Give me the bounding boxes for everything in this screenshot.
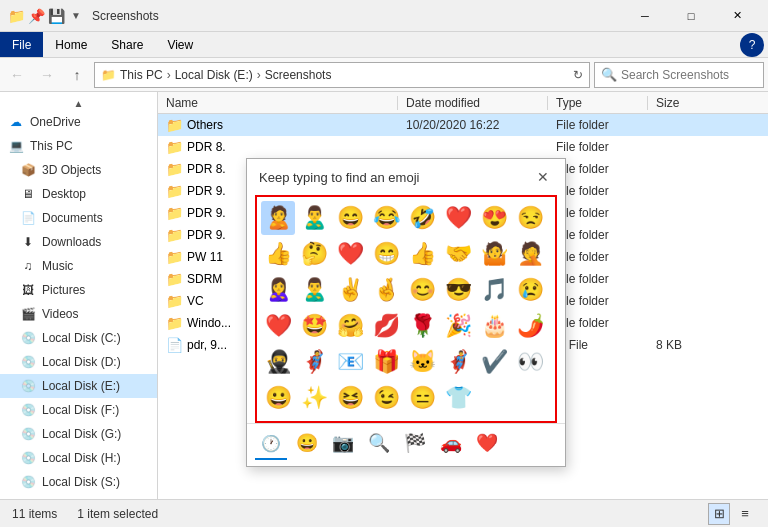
forward-button[interactable]: → (34, 62, 60, 88)
emoji-cell[interactable]: 🤩 (297, 309, 331, 343)
emoji-cell[interactable]: 🤷 (477, 237, 511, 271)
emoji-cell[interactable]: 😢 (513, 273, 547, 307)
maximize-button[interactable]: □ (668, 0, 714, 32)
emoji-tab-hearts[interactable]: ❤️ (471, 430, 503, 460)
emoji-cell[interactable]: 👍 (261, 237, 295, 271)
emoji-cell[interactable]: 🤝 (441, 237, 475, 271)
emoji-cell[interactable]: 🙎‍♂️ (297, 201, 331, 235)
emoji-cell[interactable]: 🙎‍♀️ (261, 273, 295, 307)
file-row-others[interactable]: 📁 Others 10/20/2020 16:22 File folder (158, 114, 768, 136)
emoji-cell[interactable]: 😍 (477, 201, 511, 235)
emoji-cell[interactable]: 🌶️ (513, 309, 547, 343)
list-view-button[interactable]: ≡ (734, 503, 756, 525)
emoji-cell[interactable]: 🎉 (441, 309, 475, 343)
sidebar-item-diskd[interactable]: 💿 Local Disk (D:) (0, 350, 157, 374)
emoji-cell[interactable]: 📧 (333, 345, 367, 379)
emoji-cell[interactable]: 🙎‍♂️ (297, 273, 331, 307)
emoji-cell[interactable]: 😀 (261, 381, 295, 415)
sidebar-item-diske[interactable]: 💿 Local Disk (E:) (0, 374, 157, 398)
emoji-cell[interactable]: 👍 (405, 237, 439, 271)
sidebar-item-downloads[interactable]: ⬇ Downloads (0, 230, 157, 254)
path-local-disk[interactable]: Local Disk (E:) (175, 68, 253, 82)
emoji-cell[interactable]: ❤️ (441, 201, 475, 235)
col-header-size[interactable]: Size (648, 96, 687, 110)
emoji-cell[interactable]: 👀 (513, 345, 547, 379)
col-header-type[interactable]: Type (548, 96, 648, 110)
emoji-cell[interactable]: 🌹 (405, 309, 439, 343)
quick-access-icon3[interactable]: 💾 (48, 8, 64, 24)
back-button[interactable]: ← (4, 62, 30, 88)
emoji-cell[interactable]: 😑 (405, 381, 439, 415)
sidebar-item-diskg[interactable]: 💿 Local Disk (G:) (0, 422, 157, 446)
tab-share[interactable]: Share (99, 32, 155, 57)
emoji-cell[interactable]: ❤️ (261, 309, 295, 343)
sidebar-item-3dobjects[interactable]: 📦 3D Objects (0, 158, 157, 182)
emoji-cell[interactable]: ✔️ (477, 345, 511, 379)
emoji-cell[interactable]: 🎁 (369, 345, 403, 379)
sidebar-item-onedrive[interactable]: ☁ OneDrive (0, 110, 157, 134)
sidebar-item-documents[interactable]: 📄 Documents (0, 206, 157, 230)
emoji-cell[interactable]: 🤣 (405, 201, 439, 235)
path-screenshots[interactable]: Screenshots (265, 68, 332, 82)
emoji-cell[interactable]: 💋 (369, 309, 403, 343)
sidebar-scroll-down[interactable]: ▼ (0, 494, 157, 499)
quick-access-icon2[interactable]: 📌 (28, 8, 44, 24)
emoji-tab-people[interactable]: 📷 (327, 430, 359, 460)
emoji-cell[interactable]: ✌️ (333, 273, 367, 307)
sidebar-item-diskc[interactable]: 💿 Local Disk (C:) (0, 326, 157, 350)
emoji-tab-search[interactable]: 🔍 (363, 430, 395, 460)
emoji-cell[interactable]: 😂 (369, 201, 403, 235)
search-box[interactable]: 🔍 (594, 62, 764, 88)
emoji-cell[interactable]: 🎂 (477, 309, 511, 343)
emoji-cell[interactable]: 🦸 (297, 345, 331, 379)
emoji-cell[interactable]: 😒 (513, 201, 547, 235)
emoji-cell[interactable]: 😉 (369, 381, 403, 415)
dropdown-arrow[interactable]: ▼ (68, 8, 84, 24)
emoji-cell[interactable]: 🐱 (405, 345, 439, 379)
sidebar-item-diskf[interactable]: 💿 Local Disk (F:) (0, 398, 157, 422)
sidebar-item-diskh[interactable]: 💿 Local Disk (H:) (0, 446, 157, 470)
search-input[interactable] (621, 68, 757, 82)
sidebar-item-pictures[interactable]: 🖼 Pictures (0, 278, 157, 302)
help-button[interactable]: ? (740, 33, 764, 57)
sidebar-item-thispc[interactable]: 💻 This PC (0, 134, 157, 158)
emoji-cell[interactable]: 🥷 (261, 345, 295, 379)
file-row-pdr8a[interactable]: 📁 PDR 8. File folder (158, 136, 768, 158)
emoji-cell[interactable]: 😎 (441, 273, 475, 307)
emoji-tab-flags[interactable]: 🏁 (399, 430, 431, 460)
address-box[interactable]: 📁 This PC › Local Disk (E:) › Screenshot… (94, 62, 590, 88)
emoji-cell[interactable]: ❤️ (333, 237, 367, 271)
emoji-cell[interactable]: 🙎 (261, 201, 295, 235)
emoji-cell[interactable]: 👕 (441, 381, 475, 415)
refresh-button[interactable]: ↻ (573, 68, 583, 82)
emoji-tab-recent[interactable]: 🕐 (255, 430, 287, 460)
emoji-cell[interactable]: 😄 (333, 201, 367, 235)
sidebar-scroll-up[interactable]: ▲ (0, 96, 157, 110)
emoji-cell[interactable]: ✨ (297, 381, 331, 415)
emoji-cell[interactable]: 😁 (369, 237, 403, 271)
sidebar-item-disks[interactable]: 💿 Local Disk (S:) (0, 470, 157, 494)
sidebar-item-music[interactable]: ♫ Music (0, 254, 157, 278)
emoji-cell[interactable]: 🎵 (477, 273, 511, 307)
emoji-tab-smileys[interactable]: 😀 (291, 430, 323, 460)
emoji-tab-travel[interactable]: 🚗 (435, 430, 467, 460)
col-header-date[interactable]: Date modified (398, 96, 548, 110)
tab-view[interactable]: View (155, 32, 205, 57)
tab-file[interactable]: File (0, 32, 43, 57)
emoji-cell[interactable]: 😆 (333, 381, 367, 415)
col-header-name[interactable]: Name (158, 96, 398, 110)
emoji-cell[interactable]: 🦸‍♂️ (441, 345, 475, 379)
emoji-cell[interactable]: 🤞 (369, 273, 403, 307)
emoji-close-button[interactable]: ✕ (533, 167, 553, 187)
grid-view-button[interactable]: ⊞ (708, 503, 730, 525)
sidebar-item-videos[interactable]: 🎬 Videos (0, 302, 157, 326)
emoji-cell[interactable]: 🤦 (513, 237, 547, 271)
emoji-cell[interactable]: 😊 (405, 273, 439, 307)
emoji-cell[interactable]: 🤔 (297, 237, 331, 271)
path-this-pc[interactable]: This PC (120, 68, 163, 82)
close-button[interactable]: ✕ (714, 0, 760, 32)
up-button[interactable]: ↑ (64, 62, 90, 88)
quick-access-icon1[interactable]: 📁 (8, 8, 24, 24)
minimize-button[interactable]: ─ (622, 0, 668, 32)
sidebar-item-desktop[interactable]: 🖥 Desktop (0, 182, 157, 206)
